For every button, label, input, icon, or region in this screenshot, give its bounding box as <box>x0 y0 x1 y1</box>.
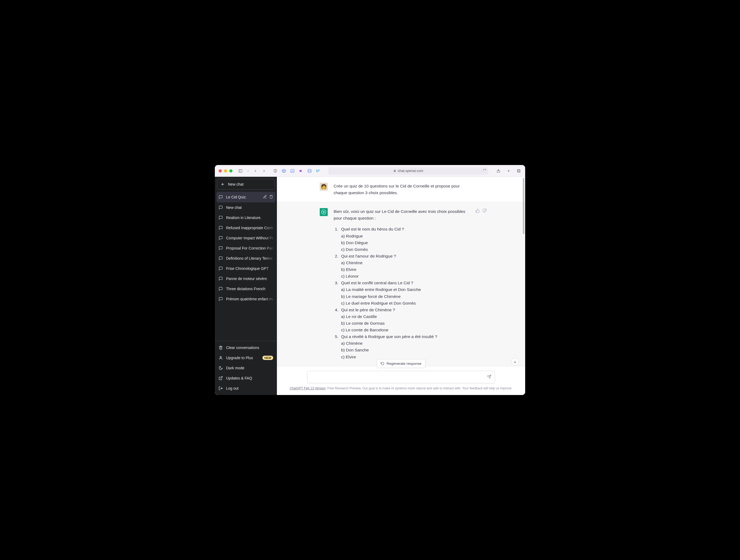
chat-item-label: Proposal For Correction Paragraph <box>226 246 273 250</box>
tabs-overview-icon[interactable] <box>516 168 522 174</box>
sidebar-chat-item[interactable]: Prénom quatrième enfant manquant <box>216 294 275 304</box>
new-tab-icon[interactable] <box>506 168 511 174</box>
shield-half-icon[interactable] <box>273 168 278 174</box>
ext-bird-icon[interactable] <box>315 168 321 174</box>
new-chat-button[interactable]: New chat <box>217 179 275 190</box>
quiz-question-text: Qui est le père de Chimène ? <box>341 307 472 313</box>
svg-point-16 <box>323 212 325 213</box>
back-button[interactable] <box>253 168 258 174</box>
quiz-question: Qui a révélé à Rodrigue que son père a é… <box>340 333 472 360</box>
sidebar-layout-icon[interactable] <box>238 168 243 174</box>
chat-item-label: Le Cid Quiz. <box>226 195 260 199</box>
browser-titlebar: JS M chat.openai.com <box>215 165 525 177</box>
conversation-thread[interactable]: 🧑 Crée un quiz de 10 questions sur le Ci… <box>277 177 525 369</box>
trash-icon <box>218 345 223 350</box>
quiz-question: Qui est l'amour de Rodrigue ?a) Chimèneb… <box>340 253 472 279</box>
regenerate-response-button[interactable]: Regenerate response <box>377 359 426 368</box>
chatgpt-app: New chat Le Cid Quiz.New chatRealism in … <box>215 177 525 395</box>
openai-logo-icon <box>321 209 327 215</box>
ext-js-icon[interactable]: JS <box>290 168 295 174</box>
thumbs-down-button[interactable] <box>482 209 487 214</box>
zoom-window-button[interactable] <box>229 169 233 173</box>
reload-button[interactable] <box>483 169 486 173</box>
sidebar-chat-item[interactable]: New chat <box>216 203 275 213</box>
chat-bubble-icon <box>218 287 223 291</box>
quiz-choice: b) Elvire <box>341 266 472 273</box>
chat-item-label: Three dictations French <box>226 287 273 291</box>
browser-window: JS M chat.openai.com <box>215 165 525 395</box>
ext-m-icon[interactable]: M <box>298 168 304 174</box>
chat-bubble-icon <box>218 297 223 301</box>
quiz-question-text: Quel est le nom du héros du Cid ? <box>341 226 472 232</box>
logout-button[interactable]: Log out <box>216 383 275 394</box>
chat-bubble-icon <box>218 246 223 250</box>
user-message: 🧑 Crée un quiz de 10 questions sur le Ci… <box>277 177 525 202</box>
quiz-list: Quel est le nom du héros du Cid ?a) Rodr… <box>334 226 472 360</box>
ext-bracket-icon[interactable] <box>307 168 312 174</box>
quiz-question: Quel est le nom du héros du Cid ?a) Rodr… <box>340 226 472 252</box>
message-input[interactable] <box>311 375 482 379</box>
sidebar-chat-item[interactable]: Computer Impact Without Peripherals <box>216 233 275 243</box>
ext-cube-icon[interactable] <box>281 168 286 174</box>
feedback-buttons <box>475 209 487 214</box>
send-button[interactable] <box>487 374 491 380</box>
upgrade-label: Upgrade to Plus <box>226 356 253 360</box>
sidebar-chat-item[interactable]: Frise Chronologique GPT <box>216 263 275 273</box>
upgrade-to-plus-button[interactable]: Upgrade to Plus NEW <box>216 353 275 363</box>
share-icon[interactable] <box>496 168 501 174</box>
svg-line-14 <box>220 376 222 378</box>
delete-chat-button[interactable] <box>269 195 273 200</box>
quiz-choices: a) Rodrigueb) Don Dièguec) Don Gomès <box>341 233 472 253</box>
chat-bubble-icon <box>218 256 223 260</box>
quiz-choice: c) Don Gomès <box>341 246 472 253</box>
quiz-choice: c) Le duel entre Rodrigue et Don Gomès <box>341 300 472 307</box>
chat-item-label: Definitions of Literary Terms <box>226 256 273 260</box>
chat-bubble-icon <box>218 266 223 271</box>
regenerate-label: Regenerate response <box>387 361 422 365</box>
assistant-message-content: Bien sûr, voici un quiz sur Le Cid de Co… <box>334 208 482 360</box>
chat-item-label: Computer Impact Without Peripherals <box>226 236 273 240</box>
new-badge: NEW <box>263 356 273 360</box>
dark-mode-button[interactable]: Dark mode <box>216 363 275 373</box>
scroll-to-bottom-button[interactable] <box>511 358 519 365</box>
new-chat-label: New chat <box>228 182 244 187</box>
svg-rect-0 <box>239 169 242 172</box>
plus-icon <box>220 182 225 187</box>
chat-bubble-icon <box>218 205 223 210</box>
assistant-intro-text: Bien sûr, voici un quiz sur Le Cid de Co… <box>334 208 472 221</box>
minimize-window-button[interactable] <box>224 169 227 173</box>
sidebar-chat-item[interactable]: Panne de moteur sévère <box>216 273 275 284</box>
chat-item-label: Prénom quatrième enfant manquant <box>226 297 273 301</box>
sidebar-chat-item[interactable]: Definitions of Literary Terms <box>216 253 275 263</box>
sidebar-chat-item[interactable]: Refused Inappropriate Content <box>216 223 275 233</box>
scrollbar-thumb[interactable] <box>523 178 524 234</box>
quiz-choices: a) Le roi de Castilleb) Le comte de Gorm… <box>341 313 472 333</box>
quiz-choices: a) Chimèneb) Elvirec) Léonor <box>341 259 472 279</box>
main-panel: 🧑 Crée un quiz de 10 questions sur le Ci… <box>277 177 525 395</box>
updates-faq-button[interactable]: Updates & FAQ <box>216 373 275 383</box>
sidebar-chat-item[interactable]: Proposal For Correction Paragraph <box>216 243 275 253</box>
thumbs-up-button[interactable] <box>475 209 480 214</box>
footer-note: ChatGPT Feb 13 Version. Free Research Pr… <box>277 386 525 390</box>
chevron-down-icon[interactable] <box>247 168 250 174</box>
clear-conversations-button[interactable]: Clear conversations <box>216 343 275 353</box>
assistant-avatar <box>320 208 328 216</box>
person-icon <box>218 356 223 360</box>
quiz-question-text: Qui a révélé à Rodrigue que son père a é… <box>341 333 472 340</box>
message-input-box[interactable] <box>307 371 495 383</box>
chat-bubble-icon <box>218 276 223 281</box>
chat-bubble-icon <box>218 216 223 220</box>
sidebar-chat-item[interactable]: Three dictations French <box>216 284 275 294</box>
logout-icon <box>218 386 223 390</box>
url-bar[interactable]: chat.openai.com <box>328 167 488 175</box>
moon-icon <box>218 366 223 370</box>
rename-chat-button[interactable] <box>263 195 267 200</box>
sidebar-chat-item[interactable]: Realism in Literature. <box>216 213 275 223</box>
version-link[interactable]: ChatGPT Feb 13 Version <box>290 386 326 390</box>
sidebar: New chat Le Cid Quiz.New chatRealism in … <box>215 177 277 395</box>
forward-button[interactable] <box>261 168 267 174</box>
quiz-choice: b) Don Sanche <box>341 347 472 353</box>
traffic-lights <box>218 169 233 173</box>
close-window-button[interactable] <box>218 169 222 173</box>
sidebar-chat-item[interactable]: Le Cid Quiz. <box>216 192 275 203</box>
